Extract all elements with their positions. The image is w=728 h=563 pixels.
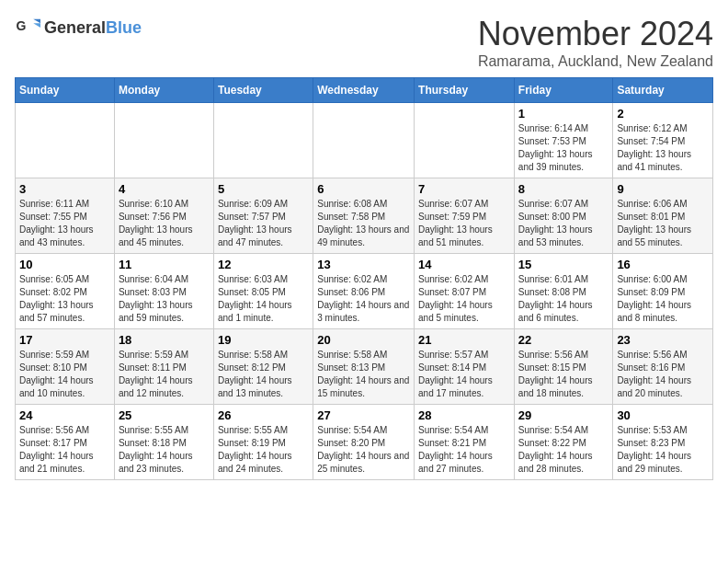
day-info: Sunrise: 5:56 AM Sunset: 8:16 PM Dayligh… <box>617 349 709 400</box>
calendar-cell-5-6: 29Sunrise: 5:54 AM Sunset: 8:22 PM Dayli… <box>514 405 613 480</box>
day-info: Sunrise: 6:10 AM Sunset: 7:56 PM Dayligh… <box>119 198 210 249</box>
col-wednesday: Wednesday <box>313 78 415 103</box>
day-info: Sunrise: 6:04 AM Sunset: 8:03 PM Dayligh… <box>119 273 210 325</box>
logo-text-blue: Blue <box>106 18 142 37</box>
day-info: Sunrise: 5:53 AM Sunset: 8:23 PM Dayligh… <box>617 424 709 476</box>
day-number: 19 <box>218 333 309 347</box>
day-info: Sunrise: 6:12 AM Sunset: 7:54 PM Dayligh… <box>617 122 709 174</box>
calendar-cell-4-6: 22Sunrise: 5:56 AM Sunset: 8:15 PM Dayli… <box>514 329 613 405</box>
calendar-header: Sunday Monday Tuesday Wednesday Thursday… <box>16 78 713 103</box>
calendar-cell-3-6: 15Sunrise: 6:01 AM Sunset: 8:08 PM Dayli… <box>514 254 613 329</box>
calendar-cell-2-2: 4Sunrise: 6:10 AM Sunset: 7:56 PM Daylig… <box>114 178 213 254</box>
calendar-cell-3-1: 10Sunrise: 6:05 AM Sunset: 8:02 PM Dayli… <box>16 254 115 329</box>
day-number: 15 <box>518 258 609 271</box>
col-saturday: Saturday <box>613 78 713 103</box>
day-info: Sunrise: 5:58 AM Sunset: 8:12 PM Dayligh… <box>218 349 309 400</box>
calendar-cell-5-4: 27Sunrise: 5:54 AM Sunset: 8:20 PM Dayli… <box>313 405 415 480</box>
day-number: 30 <box>617 408 709 422</box>
day-number: 24 <box>19 408 110 422</box>
calendar-cell-2-5: 7Sunrise: 6:07 AM Sunset: 7:59 PM Daylig… <box>415 178 515 254</box>
day-info: Sunrise: 5:54 AM Sunset: 8:21 PM Dayligh… <box>418 424 510 476</box>
day-info: Sunrise: 6:07 AM Sunset: 7:59 PM Dayligh… <box>418 198 510 249</box>
calendar-cell-4-3: 19Sunrise: 5:58 AM Sunset: 8:12 PM Dayli… <box>213 329 313 405</box>
day-number: 5 <box>218 182 309 196</box>
day-info: Sunrise: 5:56 AM Sunset: 8:15 PM Dayligh… <box>518 349 609 400</box>
day-info: Sunrise: 5:56 AM Sunset: 8:17 PM Dayligh… <box>19 424 110 476</box>
day-info: Sunrise: 5:59 AM Sunset: 8:11 PM Dayligh… <box>119 349 210 400</box>
day-info: Sunrise: 5:59 AM Sunset: 8:10 PM Dayligh… <box>19 349 110 400</box>
calendar-table: Sunday Monday Tuesday Wednesday Thursday… <box>15 77 713 480</box>
svg-text:G: G <box>17 18 27 33</box>
day-number: 16 <box>617 258 709 271</box>
calendar-body: 1Sunrise: 6:14 AM Sunset: 7:53 PM Daylig… <box>16 103 713 480</box>
calendar-cell-5-3: 26Sunrise: 5:55 AM Sunset: 8:19 PM Dayli… <box>213 405 313 480</box>
day-number: 10 <box>19 258 110 271</box>
col-monday: Monday <box>114 78 213 103</box>
calendar-cell-1-7: 2Sunrise: 6:12 AM Sunset: 7:54 PM Daylig… <box>613 103 713 178</box>
calendar-cell-1-1 <box>16 103 115 178</box>
day-info: Sunrise: 6:09 AM Sunset: 7:57 PM Dayligh… <box>218 198 309 249</box>
day-number: 11 <box>119 258 210 271</box>
calendar-cell-5-1: 24Sunrise: 5:56 AM Sunset: 8:17 PM Dayli… <box>16 405 115 480</box>
calendar-cell-5-7: 30Sunrise: 5:53 AM Sunset: 8:23 PM Dayli… <box>613 405 713 480</box>
title-section: November 2024 Ramarama, Auckland, New Ze… <box>478 15 713 70</box>
calendar-cell-5-5: 28Sunrise: 5:54 AM Sunset: 8:21 PM Dayli… <box>415 405 515 480</box>
day-number: 26 <box>218 408 309 422</box>
day-info: Sunrise: 6:01 AM Sunset: 8:08 PM Dayligh… <box>518 273 609 325</box>
day-number: 29 <box>518 408 609 422</box>
logo-icon: G <box>15 15 40 40</box>
day-number: 12 <box>218 258 309 271</box>
calendar-cell-3-3: 12Sunrise: 6:03 AM Sunset: 8:05 PM Dayli… <box>213 254 313 329</box>
day-info: Sunrise: 6:14 AM Sunset: 7:53 PM Dayligh… <box>518 122 609 174</box>
day-info: Sunrise: 6:02 AM Sunset: 8:07 PM Dayligh… <box>418 273 510 325</box>
calendar-cell-2-7: 9Sunrise: 6:06 AM Sunset: 8:01 PM Daylig… <box>613 178 713 254</box>
day-info: Sunrise: 5:55 AM Sunset: 8:18 PM Dayligh… <box>119 424 210 476</box>
calendar-cell-1-2 <box>114 103 213 178</box>
main-title: November 2024 <box>478 15 713 53</box>
week-row-3: 10Sunrise: 6:05 AM Sunset: 8:02 PM Dayli… <box>16 254 713 329</box>
subtitle: Ramarama, Auckland, New Zealand <box>478 53 713 70</box>
header-row: Sunday Monday Tuesday Wednesday Thursday… <box>16 78 713 103</box>
week-row-4: 17Sunrise: 5:59 AM Sunset: 8:10 PM Dayli… <box>16 329 713 405</box>
day-number: 14 <box>418 258 510 271</box>
week-row-2: 3Sunrise: 6:11 AM Sunset: 7:55 PM Daylig… <box>16 178 713 254</box>
calendar-cell-4-4: 20Sunrise: 5:58 AM Sunset: 8:13 PM Dayli… <box>313 329 415 405</box>
day-number: 7 <box>418 182 510 196</box>
day-info: Sunrise: 5:57 AM Sunset: 8:14 PM Dayligh… <box>418 349 510 400</box>
calendar-cell-3-4: 13Sunrise: 6:02 AM Sunset: 8:06 PM Dayli… <box>313 254 415 329</box>
calendar-cell-3-5: 14Sunrise: 6:02 AM Sunset: 8:07 PM Dayli… <box>415 254 515 329</box>
day-info: Sunrise: 6:08 AM Sunset: 7:58 PM Dayligh… <box>317 198 410 249</box>
header: G GeneralBlue November 2024 Ramarama, Au… <box>15 15 713 70</box>
col-thursday: Thursday <box>415 78 515 103</box>
day-info: Sunrise: 6:06 AM Sunset: 8:01 PM Dayligh… <box>617 198 709 249</box>
day-info: Sunrise: 6:07 AM Sunset: 8:00 PM Dayligh… <box>518 198 609 249</box>
logo-text-general: General <box>44 18 106 37</box>
calendar-cell-2-6: 8Sunrise: 6:07 AM Sunset: 8:00 PM Daylig… <box>514 178 613 254</box>
day-info: Sunrise: 6:02 AM Sunset: 8:06 PM Dayligh… <box>317 273 410 325</box>
col-tuesday: Tuesday <box>213 78 313 103</box>
day-info: Sunrise: 6:05 AM Sunset: 8:02 PM Dayligh… <box>19 273 110 325</box>
svg-marker-1 <box>33 19 40 24</box>
week-row-5: 24Sunrise: 5:56 AM Sunset: 8:17 PM Dayli… <box>16 405 713 480</box>
week-row-1: 1Sunrise: 6:14 AM Sunset: 7:53 PM Daylig… <box>16 103 713 178</box>
day-info: Sunrise: 5:54 AM Sunset: 8:20 PM Dayligh… <box>317 424 410 476</box>
day-number: 3 <box>19 182 110 196</box>
day-info: Sunrise: 6:00 AM Sunset: 8:09 PM Dayligh… <box>617 273 709 325</box>
day-number: 2 <box>617 107 709 121</box>
day-info: Sunrise: 6:11 AM Sunset: 7:55 PM Dayligh… <box>19 198 110 249</box>
calendar-cell-1-6: 1Sunrise: 6:14 AM Sunset: 7:53 PM Daylig… <box>514 103 613 178</box>
day-number: 6 <box>317 182 410 196</box>
day-info: Sunrise: 5:55 AM Sunset: 8:19 PM Dayligh… <box>218 424 309 476</box>
day-info: Sunrise: 5:58 AM Sunset: 8:13 PM Dayligh… <box>317 349 410 400</box>
calendar-cell-2-4: 6Sunrise: 6:08 AM Sunset: 7:58 PM Daylig… <box>313 178 415 254</box>
calendar-cell-5-2: 25Sunrise: 5:55 AM Sunset: 8:18 PM Dayli… <box>114 405 213 480</box>
day-number: 20 <box>317 333 410 347</box>
day-number: 17 <box>19 333 110 347</box>
day-number: 21 <box>418 333 510 347</box>
calendar-cell-4-2: 18Sunrise: 5:59 AM Sunset: 8:11 PM Dayli… <box>114 329 213 405</box>
day-number: 9 <box>617 182 709 196</box>
calendar-cell-1-3 <box>213 103 313 178</box>
calendar-cell-1-5 <box>415 103 515 178</box>
col-sunday: Sunday <box>16 78 115 103</box>
day-number: 22 <box>518 333 609 347</box>
